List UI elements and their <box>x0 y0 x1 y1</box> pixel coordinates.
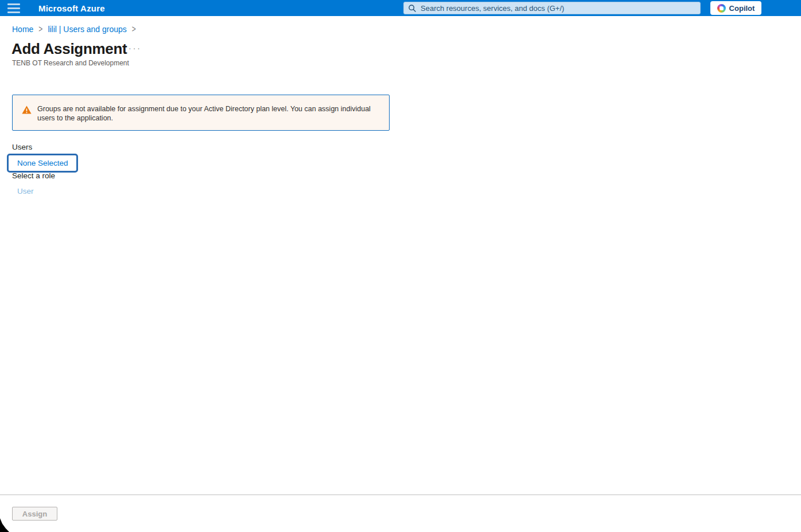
hamburger-menu-icon[interactable] <box>7 3 20 13</box>
search-icon <box>409 5 416 12</box>
assign-button[interactable]: Assign <box>12 507 57 521</box>
select-role-label: Select a role <box>12 171 55 180</box>
role-value-link[interactable]: User <box>17 187 34 195</box>
top-bar: Microsoft Azure Copilot <box>0 0 801 16</box>
chevron-right-icon: > <box>132 24 136 34</box>
copilot-button[interactable]: Copilot <box>710 1 761 15</box>
warning-banner: Groups are not available for assignment … <box>12 95 390 131</box>
none-selected-link[interactable]: None Selected <box>17 159 68 167</box>
more-options-icon[interactable]: ··· <box>129 44 142 53</box>
users-label: Users <box>12 143 32 151</box>
chevron-right-icon: > <box>38 24 42 34</box>
page-title: Add Assignment <box>11 40 127 58</box>
breadcrumb-home-link[interactable]: Home <box>12 25 33 34</box>
warning-triangle-icon <box>22 105 32 114</box>
copilot-icon <box>717 4 726 13</box>
portal-title[interactable]: Microsoft Azure <box>38 3 105 13</box>
breadcrumb-users-and-groups-link[interactable]: lilil | Users and groups <box>48 25 126 34</box>
global-search[interactable] <box>403 2 701 14</box>
users-selection-highlight[interactable]: None Selected <box>7 154 78 173</box>
footer-divider <box>0 494 801 495</box>
mouse-cursor <box>0 518 9 532</box>
search-input[interactable] <box>421 2 695 14</box>
azure-portal-screen: Microsoft Azure Copilot Home > lilil | U… <box>0 0 801 532</box>
warning-message: Groups are not available for assignment … <box>37 105 380 123</box>
breadcrumb: Home > lilil | Users and groups > <box>12 25 141 34</box>
copilot-label: Copilot <box>729 4 755 13</box>
page-subtitle: TENB OT Research and Development <box>12 59 129 67</box>
